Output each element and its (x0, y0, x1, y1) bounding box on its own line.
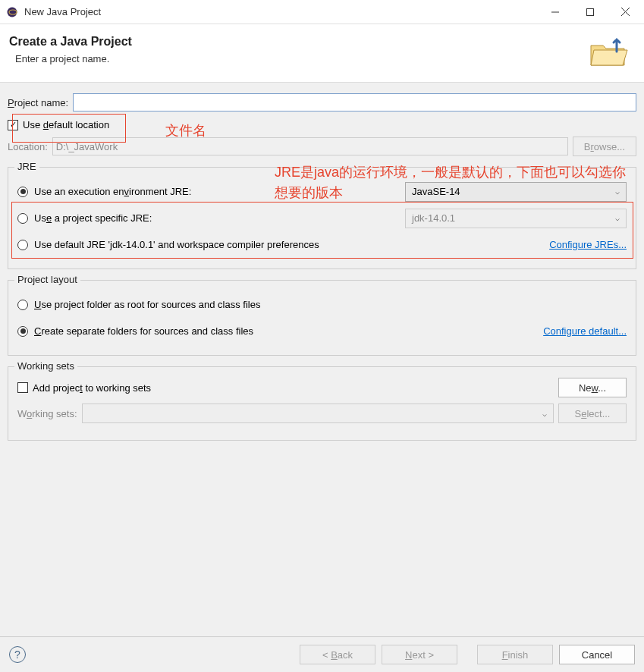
add-to-working-sets-checkbox[interactable] (17, 382, 28, 393)
radio-default-jre-label: Use default JRE 'jdk-14.0.1' and workspa… (34, 239, 319, 250)
svg-rect-3 (587, 8, 594, 15)
minimize-button[interactable] (538, 0, 573, 24)
radio-project-specific-label: Use a project specific JRE: (34, 212, 152, 224)
radio-default-jre[interactable] (17, 240, 28, 250)
page-subtitle: Enter a project name. (15, 53, 588, 64)
select-working-sets-button: Select... (558, 404, 627, 423)
radio-separate-folders[interactable] (17, 326, 28, 337)
next-button: Next > (382, 645, 457, 664)
project-name-label: Project name: (8, 97, 68, 108)
jre-legend: JRE (14, 161, 39, 172)
add-to-working-sets-label: Add project to working sets (33, 382, 151, 394)
wizard-footer: ? < Back Next > Finish Cancel (0, 636, 644, 672)
new-working-set-button[interactable]: New... (558, 378, 627, 397)
exec-env-value: JavaSE-14 (412, 186, 460, 197)
location-input (52, 137, 568, 155)
radio-root-folder[interactable] (17, 300, 28, 310)
radio-exec-env-label: Use an execution environment JRE: (34, 186, 191, 197)
window-title: New Java Project (24, 6, 538, 17)
configure-default-link[interactable]: Configure default... (543, 325, 627, 337)
location-label: Location: (8, 141, 48, 152)
project-specific-select: jdk-14.0.1 ⌵ (405, 209, 627, 228)
browse-button: Browse... (573, 137, 636, 156)
configure-jres-link[interactable]: Configure JREs... (549, 239, 627, 250)
chevron-down-icon: ⌵ (615, 187, 620, 196)
chevron-down-icon: ⌵ (615, 214, 620, 222)
project-layout-group: Project layout Use project folder as roo… (8, 280, 636, 356)
working-sets-label: Working sets: (17, 408, 77, 419)
radio-project-specific[interactable] (17, 213, 28, 224)
working-sets-select: ⌵ (82, 404, 554, 423)
chevron-down-icon: ⌵ (542, 410, 547, 418)
eclipse-icon (6, 6, 18, 18)
exec-env-select[interactable]: JavaSE-14 ⌵ (405, 182, 627, 202)
folder-icon (588, 35, 630, 71)
wizard-content: Project name: ✓ Use default location Loc… (0, 83, 644, 462)
project-specific-value: jdk-14.0.1 (412, 212, 455, 224)
maximize-button[interactable] (573, 0, 608, 24)
page-title: Create a Java Project (9, 35, 588, 49)
finish-button: Finish (477, 645, 553, 664)
working-sets-group: Working sets Add project to working sets… (8, 366, 636, 441)
back-button: < Back (300, 645, 375, 664)
project-layout-legend: Project layout (14, 274, 80, 285)
radio-root-folder-label: Use project folder as root for sources a… (34, 299, 260, 310)
cancel-button[interactable]: Cancel (559, 645, 635, 664)
wizard-header: Create a Java Project Enter a project na… (0, 24, 644, 83)
use-default-location-checkbox[interactable]: ✓ (8, 120, 18, 130)
close-button[interactable] (608, 0, 642, 24)
use-default-location-label: Use default location (23, 119, 109, 130)
radio-separate-folders-label: Create separate folders for sources and … (34, 325, 253, 337)
help-icon[interactable]: ? (9, 646, 26, 663)
radio-exec-env[interactable] (17, 187, 28, 197)
project-name-input[interactable] (73, 93, 636, 111)
jre-group: JRE Use an execution environment JRE: Ja… (8, 167, 636, 269)
titlebar: New Java Project (0, 0, 644, 24)
working-sets-legend: Working sets (14, 360, 77, 372)
